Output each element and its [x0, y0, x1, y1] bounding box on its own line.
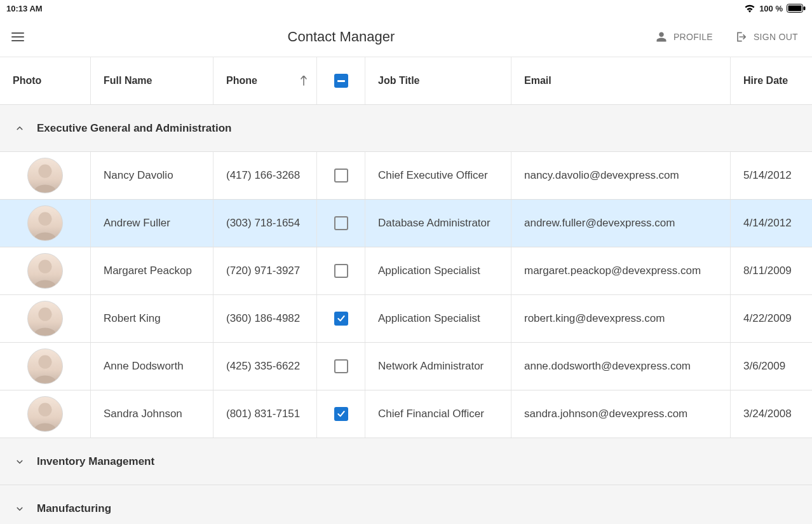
status-time: 10:13 AM: [6, 4, 43, 13]
table-body: Executive General and AdministrationNanc…: [0, 105, 812, 524]
table-row[interactable]: Robert King(360) 186-4982Application Spe…: [0, 295, 812, 343]
chevron-up-icon: [14, 123, 25, 134]
battery-percent: 100 %: [759, 4, 783, 13]
signout-label: SIGN OUT: [754, 32, 798, 42]
table-header: Photo Full Name Phone Job Title Email Hi…: [0, 57, 812, 105]
cell-email: anne.dodsworth@devexpress.com: [511, 343, 731, 390]
chevron-down-icon: [14, 503, 25, 514]
cell-hiredate: 5/14/2012: [731, 152, 812, 199]
cell-email: robert.king@devexpress.com: [511, 295, 731, 342]
group-label: Executive General and Administration: [37, 122, 231, 135]
avatar: [27, 205, 63, 241]
svg-rect-2: [804, 6, 806, 10]
sort-asc-icon: [300, 76, 308, 86]
svg-point-5: [38, 260, 51, 273]
cell-select: [317, 200, 365, 247]
column-header-photo[interactable]: Photo: [0, 57, 91, 104]
status-right: 100 %: [744, 4, 806, 13]
cell-email: nancy.davolio@devexpress.com: [511, 152, 731, 199]
cell-phone: (360) 186-4982: [213, 295, 317, 342]
column-header-fullname[interactable]: Full Name: [91, 57, 213, 104]
cell-select: [317, 343, 365, 390]
column-header-phone[interactable]: Phone: [213, 57, 317, 104]
cell-photo: [0, 200, 91, 247]
select-all-checkbox[interactable]: [334, 74, 348, 88]
cell-jobtitle: Chief Executive Officer: [365, 152, 511, 199]
cell-phone: (801) 831-7151: [213, 390, 317, 438]
svg-point-8: [38, 403, 51, 417]
svg-point-7: [38, 355, 51, 369]
person-icon: [656, 31, 667, 43]
column-header-email[interactable]: Email: [511, 57, 731, 104]
table-row[interactable]: Andrew Fuller(303) 718-1654Database Admi…: [0, 200, 812, 247]
cell-jobtitle: Network Administrator: [365, 343, 511, 390]
svg-point-4: [38, 212, 51, 226]
cell-email: sandra.johnson@devexpress.com: [511, 390, 731, 438]
cell-email: margaret.peackop@devexpress.com: [511, 247, 731, 294]
avatar: [27, 158, 63, 193]
cell-hiredate: 3/24/2008: [731, 390, 812, 438]
page-title: Contact Manager: [288, 29, 395, 45]
menu-icon[interactable]: [11, 29, 27, 45]
table-row[interactable]: Sandra Johnson(801) 831-7151Chief Financ…: [0, 390, 812, 438]
cell-fullname: Robert King: [91, 295, 213, 342]
row-checkbox[interactable]: [334, 407, 348, 421]
cell-hiredate: 8/11/2009: [731, 247, 812, 294]
battery-icon: [787, 4, 806, 13]
profile-button[interactable]: PROFILE: [656, 31, 713, 43]
avatar: [27, 253, 63, 289]
svg-rect-1: [788, 6, 802, 11]
cell-select: [317, 152, 365, 199]
cell-hiredate: 4/22/2009: [731, 295, 812, 342]
row-checkbox[interactable]: [334, 264, 348, 278]
group-label: Inventory Management: [37, 455, 154, 468]
cell-fullname: Nancy Davolio: [91, 152, 213, 199]
cell-jobtitle: Database Administrator: [365, 200, 511, 247]
cell-jobtitle: Application Specialist: [365, 295, 511, 342]
cell-jobtitle: Chief Financial Officer: [365, 390, 511, 438]
cell-select: [317, 247, 365, 294]
group-header[interactable]: Manufacturing: [0, 485, 812, 524]
group-header[interactable]: Inventory Management: [0, 438, 812, 485]
profile-label: PROFILE: [673, 32, 713, 42]
cell-fullname: Sandra Johnson: [91, 390, 213, 438]
cell-hiredate: 4/14/2012: [731, 200, 812, 247]
cell-hiredate: 3/6/2009: [731, 343, 812, 390]
wifi-icon: [744, 4, 755, 13]
signout-button[interactable]: SIGN OUT: [734, 31, 798, 43]
cell-select: [317, 390, 365, 438]
group-label: Manufacturing: [37, 502, 111, 515]
signout-icon: [734, 31, 747, 43]
cell-jobtitle: Application Specialist: [365, 247, 511, 294]
table-row[interactable]: Anne Dodsworth(425) 335-6622Network Admi…: [0, 343, 812, 390]
cell-select: [317, 295, 365, 342]
cell-fullname: Anne Dodsworth: [91, 343, 213, 390]
avatar: [27, 348, 63, 384]
table-row[interactable]: Margaret Peackop(720) 971-3927Applicatio…: [0, 247, 812, 295]
cell-photo: [0, 295, 91, 342]
svg-point-6: [38, 308, 51, 321]
row-checkbox[interactable]: [334, 312, 348, 326]
cell-phone: (425) 335-6622: [213, 343, 317, 390]
row-checkbox[interactable]: [334, 359, 348, 373]
table-row[interactable]: Nancy Davolio(417) 166-3268Chief Executi…: [0, 152, 812, 200]
cell-fullname: Andrew Fuller: [91, 200, 213, 247]
svg-point-3: [38, 165, 51, 178]
cell-phone: (303) 718-1654: [213, 200, 317, 247]
group-header[interactable]: Executive General and Administration: [0, 105, 812, 152]
status-bar: 10:13 AM 100 %: [0, 0, 812, 17]
cell-photo: [0, 247, 91, 294]
cell-phone: (720) 971-3927: [213, 247, 317, 294]
row-checkbox[interactable]: [334, 169, 348, 183]
avatar: [27, 396, 63, 432]
column-header-jobtitle[interactable]: Job Title: [365, 57, 511, 104]
chevron-down-icon: [14, 456, 25, 467]
row-checkbox[interactable]: [334, 216, 348, 230]
cell-fullname: Margaret Peackop: [91, 247, 213, 294]
cell-email: andrew.fuller@devexpress.com: [511, 200, 731, 247]
cell-photo: [0, 343, 91, 390]
cell-phone: (417) 166-3268: [213, 152, 317, 199]
avatar: [27, 301, 63, 336]
column-header-hiredate[interactable]: Hire Date: [731, 57, 812, 104]
column-header-select[interactable]: [317, 57, 365, 104]
